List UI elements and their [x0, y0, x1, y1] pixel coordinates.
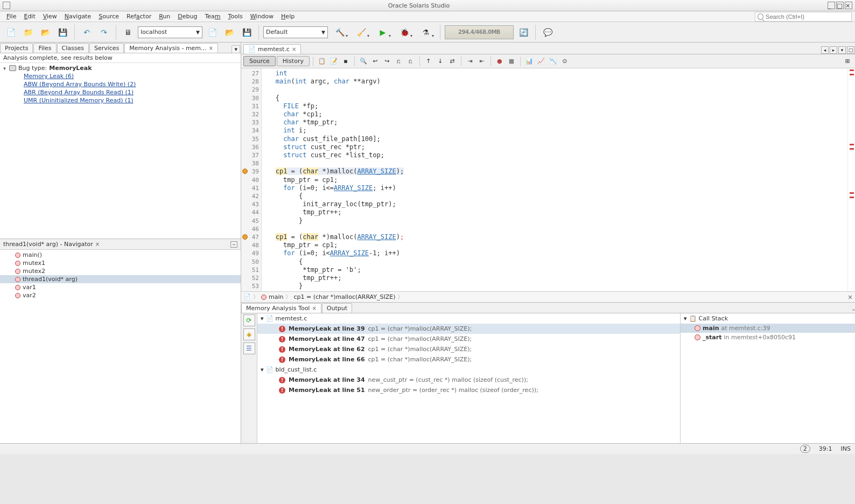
tab-list[interactable]: ▾ — [838, 46, 846, 54]
build-button[interactable]: 🔨 — [330, 25, 349, 40]
close-icon[interactable]: × — [845, 2, 852, 9]
stack-frame[interactable]: _start in memtest+0x8050c91 — [681, 333, 855, 342]
host-dropdown[interactable]: localhost▼ — [138, 26, 202, 38]
ed-btn-16[interactable]: 📉 — [548, 56, 558, 67]
global-search[interactable] — [755, 12, 852, 22]
tab-services[interactable]: Services — [89, 43, 124, 53]
debug-button[interactable]: 🐞 — [395, 25, 414, 40]
result-item[interactable]: !MemoryLeak at line 62 cp1 = (char *)mal… — [257, 344, 680, 354]
new-project-button[interactable]: 📁 — [20, 25, 36, 40]
menu-edit[interactable]: Edit — [20, 12, 38, 21]
code-area[interactable]: int main(int argc, char **argv) { FILE *… — [262, 68, 847, 291]
overview-ruler[interactable] — [847, 68, 855, 291]
gc-button[interactable]: 🔄 — [516, 25, 531, 40]
bottom-min[interactable]: – — [852, 306, 856, 313]
tab-memory-analysis[interactable]: Memory Analysis - mem...× — [124, 43, 218, 53]
tab-classes[interactable]: Classes — [57, 43, 89, 53]
ed-btn-12[interactable]: ⇥ — [465, 56, 475, 67]
ed-btn-10[interactable]: ↓ — [435, 56, 446, 67]
ed-btn-4[interactable]: 🔍 — [358, 56, 369, 67]
maximize-icon[interactable]: □ — [836, 2, 844, 9]
crumb-main[interactable]: main — [269, 293, 283, 300]
run-button[interactable]: ▶ — [373, 25, 393, 40]
result-item[interactable]: !MemoryLeak at line 47 cp1 = (char *)mal… — [257, 334, 680, 344]
source-mode[interactable]: Source — [243, 56, 276, 66]
ed-btn-9[interactable]: ↑ — [423, 56, 434, 67]
filter-icon[interactable]: ◈ — [243, 328, 255, 340]
notification-badge[interactable]: 2 — [800, 445, 810, 453]
menu-window[interactable]: Window — [247, 12, 277, 21]
result-group[interactable]: ▾📄bld_cust_list.c — [257, 365, 680, 375]
tab-mem-tool[interactable]: Memory Analysis Tool× — [241, 303, 321, 313]
tb-btn-b[interactable]: 📂 — [222, 25, 237, 40]
tab-prev[interactable]: ◂ — [821, 46, 829, 54]
navigator-item[interactable]: var1 — [0, 283, 241, 291]
stack-frame[interactable]: main at memtest.c:39 — [681, 324, 855, 333]
tab-projects[interactable]: Projects — [0, 43, 33, 53]
navigator-item[interactable]: thread1(void* arg) — [0, 275, 241, 283]
ed-btn-11[interactable]: ⇄ — [447, 56, 458, 67]
ed-btn-17[interactable]: ⊙ — [559, 56, 570, 67]
memory-indicator[interactable]: 294.4/468.0MB — [445, 25, 514, 39]
ed-btn-13[interactable]: ⇤ — [476, 56, 487, 67]
redo-button[interactable]: ↷ — [96, 25, 111, 40]
tb-btn-a[interactable]: 📄 — [205, 25, 220, 40]
menu-team[interactable]: Team — [202, 12, 224, 21]
editor-tab-memtest[interactable]: 📄memtest.c× — [243, 44, 301, 54]
undo-button[interactable]: ↶ — [79, 25, 94, 40]
config-dropdown[interactable]: Default▼ — [263, 26, 328, 38]
close-mem-tool[interactable]: × — [312, 305, 316, 311]
tb-btn-c[interactable]: 💾 — [239, 25, 254, 40]
tab-output[interactable]: Output — [322, 303, 352, 313]
ed-expand[interactable]: ⊞ — [842, 56, 853, 67]
result-group[interactable]: ▾📄memtest.c — [257, 313, 680, 324]
ed-btn-8[interactable]: ⎌ — [405, 56, 416, 67]
save-all-button[interactable]: 💾 — [55, 25, 70, 40]
ed-btn-2[interactable]: 📝 — [328, 56, 339, 67]
menu-source[interactable]: Source — [95, 12, 122, 21]
list-icon[interactable]: ☰ — [243, 342, 255, 354]
result-item[interactable]: !MemoryLeak at line 51 new_order_ptr = (… — [257, 385, 680, 395]
navigator-item[interactable]: main() — [0, 251, 241, 259]
expand-handle[interactable]: ▾ — [2, 66, 7, 71]
new-file-button[interactable]: 📄 — [3, 25, 18, 40]
history-mode[interactable]: History — [277, 56, 310, 66]
ed-btn-6[interactable]: ↪ — [382, 56, 393, 67]
line-gutter[interactable]: 27 28 29 30 31 32 33 34 35 36 37 38 39 4… — [241, 68, 262, 291]
navigator-item[interactable]: var2 — [0, 291, 241, 299]
search-input[interactable] — [766, 13, 849, 20]
open-button[interactable]: 📂 — [38, 25, 53, 40]
ed-btn-7[interactable]: ⎌ — [394, 56, 404, 67]
result-item[interactable]: !MemoryLeak at line 66 cp1 = (char *)mal… — [257, 354, 680, 365]
minimize-icon[interactable]: _ — [828, 2, 835, 9]
result-item[interactable]: !MemoryLeak at line 34 new_cust_ptr = (c… — [257, 375, 680, 385]
crumb-close[interactable]: × — [847, 293, 853, 301]
analysis-link-0[interactable]: Memory Leak (6) — [24, 73, 74, 80]
insert-mode[interactable]: INS — [841, 445, 851, 452]
tab-next[interactable]: ▸ — [830, 46, 837, 54]
menu-file[interactable]: File — [3, 12, 19, 21]
navigator-minimize[interactable]: – — [230, 241, 237, 248]
tab-files[interactable]: Files — [33, 43, 56, 53]
menu-view[interactable]: View — [40, 12, 60, 21]
ed-btn-15[interactable]: 📈 — [536, 56, 546, 67]
menu-navigate[interactable]: Navigate — [61, 12, 94, 21]
navigator-close[interactable]: × — [95, 241, 100, 247]
record-icon[interactable]: ● — [494, 56, 505, 67]
profile-button[interactable]: ⚗ — [416, 25, 436, 40]
crumb-expr[interactable]: cp1 = (char *)malloc(ARRAY_SIZE) — [293, 293, 395, 300]
close-tab-icon[interactable]: × — [209, 45, 213, 51]
ed-btn-1[interactable]: 📋 — [317, 56, 327, 67]
tab-max[interactable]: □ — [847, 46, 854, 54]
menu-refactor[interactable]: Refactor — [123, 12, 155, 21]
close-editor-tab[interactable]: × — [292, 46, 296, 52]
menu-tools[interactable]: Tools — [225, 12, 246, 21]
chat-button[interactable]: 💬 — [540, 25, 555, 40]
clean-button[interactable]: 🧹 — [352, 25, 371, 40]
menu-run[interactable]: Run — [156, 12, 173, 21]
navigator-item[interactable]: mutex2 — [0, 267, 241, 275]
stop-icon[interactable]: ■ — [506, 56, 517, 67]
result-item[interactable]: !MemoryLeak at line 39 cp1 = (char *)mal… — [257, 324, 680, 334]
ed-btn-5[interactable]: ↩ — [370, 56, 381, 67]
analysis-link-2[interactable]: ABR (Beyond Array Bounds Read) (1) — [24, 89, 134, 96]
